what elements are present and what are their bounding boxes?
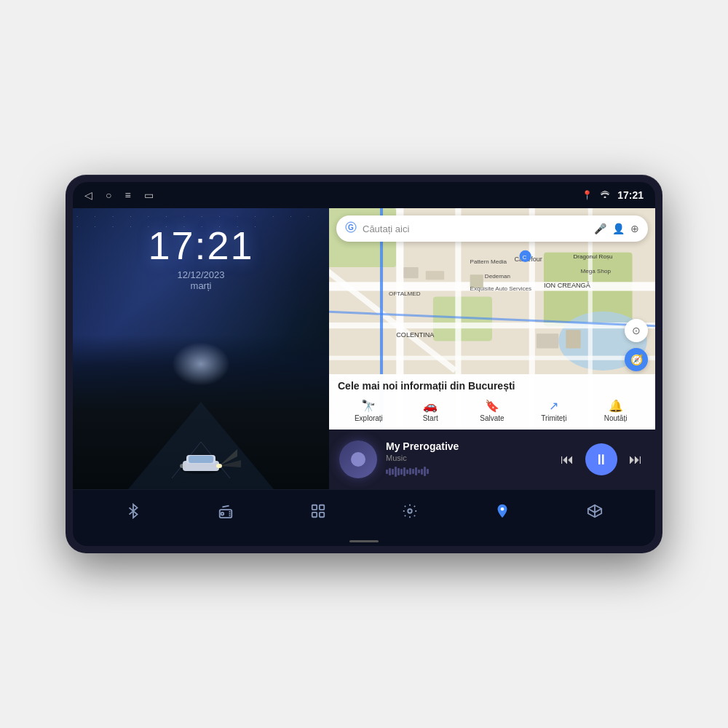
status-indicators: 📍 17:21	[582, 189, 644, 201]
music-artwork	[339, 440, 377, 478]
explore-label: Explorați	[355, 414, 383, 422]
music-artwork-inner	[351, 452, 365, 467]
nav-apps[interactable]	[304, 500, 332, 526]
waveform-bar-11	[415, 467, 417, 475]
status-bar: ◁ ○ ≡ ▭ 📍 17:21	[73, 182, 655, 208]
svg-text:COLENTINA: COLENTINA	[396, 331, 435, 339]
map-tab-share[interactable]: ↗ Trimiteți	[523, 396, 585, 425]
svg-rect-25	[566, 330, 580, 348]
saved-label: Salvate	[480, 414, 504, 422]
maps-pin-icon	[494, 503, 510, 523]
map-search-placeholder: Căutați aici	[363, 223, 594, 234]
settings-gear-icon	[402, 503, 418, 523]
map-nav-tabs: 🔭 Explorați 🚗 Start 🔖 Salvate	[338, 396, 646, 425]
radio-icon	[218, 503, 234, 523]
waveform-bar-14	[424, 467, 426, 476]
music-info: My Prerogative Music	[386, 440, 549, 479]
menu-icon[interactable]: ≡	[124, 189, 130, 201]
waveform-bar-1	[386, 470, 388, 474]
nav-3d[interactable]	[581, 500, 609, 526]
waveform-bar-13	[421, 469, 423, 475]
music-player: My Prerogative Music	[329, 430, 655, 489]
map-tab-explore[interactable]: 🔭 Explorați	[338, 396, 400, 425]
svg-rect-22	[426, 271, 444, 280]
car-illustration	[157, 442, 245, 478]
svg-text:Exquisite Auto Services: Exquisite Auto Services	[470, 285, 532, 292]
map-search-bar[interactable]: G Căutați aici 🎤 👤 ⊕	[336, 215, 648, 242]
svg-text:Pattern Media: Pattern Media	[470, 258, 507, 265]
waveform-bar-7	[403, 467, 405, 476]
day-value: marți	[191, 280, 212, 291]
mic-icon[interactable]: 🎤	[594, 223, 606, 234]
nav-buttons: ◁ ○ ≡ ▭	[84, 189, 154, 201]
play-pause-button[interactable]: ⏸	[585, 443, 617, 475]
prev-button[interactable]: ⏮	[558, 449, 577, 470]
svg-point-46	[408, 509, 413, 513]
device-frame: ◁ ○ ≡ ▭ 📍 17:21	[66, 175, 662, 553]
waveform-bar-8	[406, 470, 408, 474]
status-time: 17:21	[617, 189, 644, 201]
map-section[interactable]: Pattern Media Carrefour Dragonul Roșu De…	[329, 208, 655, 430]
svg-text:Dragonul Roșu: Dragonul Roșu	[573, 253, 612, 260]
nav-bluetooth[interactable]	[119, 500, 147, 526]
cube-3d-icon	[587, 503, 603, 523]
locate-button[interactable]: ⊙	[625, 319, 648, 342]
date-value: 12/12/2023	[177, 269, 224, 280]
google-maps-icon: G	[345, 221, 357, 236]
recents-icon[interactable]: ▭	[144, 189, 154, 201]
navigate-button[interactable]: 🧭	[625, 348, 648, 371]
svg-point-41	[221, 512, 224, 515]
bluetooth-icon	[125, 503, 141, 523]
svg-rect-15	[329, 356, 655, 360]
location-status-icon: 📍	[582, 190, 593, 200]
waveform-bar-12	[418, 470, 420, 473]
clock-section: 17:21 12/12/2023 marți	[148, 208, 253, 291]
svg-rect-45	[319, 512, 323, 516]
svg-text:Dedeman: Dedeman	[485, 273, 510, 280]
back-icon[interactable]: ◁	[84, 189, 92, 201]
svg-text:OFTALMED: OFTALMED	[389, 290, 421, 297]
music-controls: ⏮ ⏸ ⏭	[558, 443, 645, 475]
explore-icon: 🔭	[361, 399, 376, 413]
svg-point-7	[180, 464, 186, 468]
waveform-bar-3	[392, 469, 394, 475]
left-panel: 17:21 12/12/2023 marți	[73, 208, 329, 489]
map-search-actions: 🎤 👤 ⊕	[594, 223, 639, 234]
nav-maps[interactable]	[488, 500, 516, 526]
map-tab-news[interactable]: 🔔 Noutăți	[585, 396, 646, 425]
nav-settings[interactable]	[396, 500, 424, 526]
svg-rect-44	[312, 512, 316, 516]
device-screen: ◁ ○ ≡ ▭ 📍 17:21	[73, 182, 655, 546]
music-subtitle: Music	[386, 454, 549, 462]
music-waveform	[386, 464, 549, 479]
home-icon[interactable]: ○	[106, 189, 111, 201]
svg-rect-43	[319, 505, 323, 509]
news-label: Noutăți	[604, 414, 628, 422]
waveform-bar-5	[397, 468, 400, 475]
share-label: Trimiteți	[541, 414, 566, 422]
svg-text:C: C	[523, 254, 527, 261]
map-tab-start[interactable]: 🚗 Start	[400, 396, 462, 425]
svg-rect-21	[403, 267, 418, 278]
svg-point-47	[501, 507, 505, 510]
clock-time: 17:21	[148, 226, 253, 265]
next-button[interactable]: ⏭	[626, 449, 645, 470]
apps-grid-icon	[310, 503, 326, 523]
bottom-nav	[73, 489, 655, 536]
news-icon: 🔔	[609, 399, 623, 413]
nav-radio[interactable]	[212, 500, 240, 526]
layers-icon[interactable]: ⊕	[630, 223, 639, 234]
start-icon: 🚗	[423, 399, 438, 413]
car-road	[73, 335, 329, 489]
home-indicator-bar	[73, 536, 655, 546]
crosshair-icon: ⊙	[632, 325, 641, 336]
waveform-bar-10	[412, 469, 414, 474]
music-title: My Prerogative	[386, 440, 549, 452]
svg-text:Mega Shop: Mega Shop	[581, 268, 612, 274]
account-icon[interactable]: 👤	[612, 223, 625, 234]
map-tab-saved[interactable]: 🔖 Salvate	[462, 396, 523, 425]
svg-rect-24	[537, 333, 558, 348]
waveform-bar-4	[395, 467, 397, 477]
map-info-title: Cele mai noi informații din București	[338, 380, 646, 392]
home-indicator[interactable]	[349, 540, 379, 542]
